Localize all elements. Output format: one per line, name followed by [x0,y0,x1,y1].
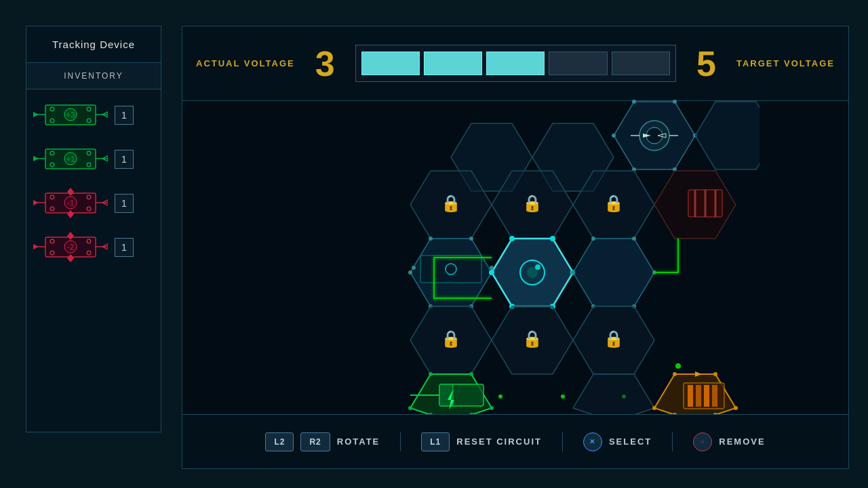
svg-point-69 [429,237,433,241]
svg-point-120 [734,406,738,410]
item-count-1: 1 [115,106,134,125]
item-count-3: 1 [115,194,134,213]
svg-point-92 [412,266,416,270]
reset-control[interactable]: L1 RESET CIRCUIT [401,432,563,451]
voltage-seg-5 [612,52,670,75]
svg-rect-117 [712,385,717,407]
svg-point-102 [469,372,473,376]
x-btn: ✕ [583,432,602,451]
svg-point-101 [429,372,433,376]
main-panel: ACTUAL VOLTAGE 3 5 TARGET VOLTAGE [182,26,849,469]
chip-3[interactable]: -1 [33,188,108,218]
svg-marker-3 [33,112,39,117]
select-control[interactable]: ✕ SELECT [563,432,673,451]
svg-point-87 [632,237,636,241]
inventory-item-1[interactable]: +3 1 [33,100,154,130]
svg-rect-67 [420,256,481,283]
voltage-seg-2 [424,52,482,75]
svg-point-86 [591,237,595,241]
svg-point-52 [632,100,636,104]
svg-text:🔒: 🔒 [522,193,542,213]
svg-rect-115 [696,385,701,407]
svg-point-57 [612,134,616,138]
svg-point-118 [673,372,677,376]
inventory-item-2[interactable]: +1 1 [33,144,154,174]
svg-point-45 [64,241,77,253]
item-count-4: 1 [115,238,134,257]
svg-point-103 [490,406,494,410]
circuit-area[interactable]: 🔒 🔒 🔒 [182,101,848,414]
svg-text:🔒: 🔒 [441,329,461,348]
inventory-item-4[interactable]: -2 1 [33,232,154,262]
svg-text:🔒: 🔒 [522,329,542,348]
chip-2[interactable]: +1 [33,144,108,174]
hex-r1c5[interactable] [695,102,760,169]
remove-control[interactable]: ○ REMOVE [673,432,785,451]
remove-label: REMOVE [719,436,765,447]
svg-marker-38 [33,244,39,249]
reset-label: RESET CIRCUIT [456,436,542,447]
actual-voltage-value: 3 [315,46,335,81]
voltage-seg-4 [549,52,607,75]
svg-point-21 [64,152,77,165]
voltage-seg-1 [361,52,420,75]
target-voltage-value: 5 [696,46,716,81]
r2-key: R2 [300,432,330,451]
select-label: SELECT [609,436,652,447]
svg-point-106 [408,406,412,410]
svg-point-79 [535,264,540,270]
voltage-bar [355,45,676,82]
svg-point-81 [550,236,555,241]
svg-point-32 [64,197,77,209]
svg-point-93 [490,266,494,270]
svg-point-107 [498,394,502,399]
svg-text:🔒: 🔒 [604,329,624,348]
rotate-control: L2 R2 ROTATE [245,432,401,451]
svg-point-108 [561,394,565,399]
svg-point-53 [673,100,677,104]
svg-point-74 [408,270,412,274]
svg-marker-14 [33,156,39,161]
bottom-controls: L2 R2 ROTATE L1 RESET CIRCUIT ✕ SELECT ○… [182,414,848,468]
actual-voltage-label: ACTUAL VOLTAGE [196,58,295,68]
circle-btn: ○ [693,432,712,451]
svg-marker-25 [33,200,39,205]
svg-point-80 [509,236,515,241]
target-voltage-label: TARGET VOLTAGE [736,58,835,68]
inventory-label: INVENTORY [26,63,161,89]
voltage-seg-3 [486,52,545,75]
panel-title: Tracking Device [26,26,161,63]
chip-1[interactable]: +3 [33,100,108,130]
inventory-item-3[interactable]: -1 1 [33,188,154,218]
svg-text:🔒: 🔒 [441,193,461,213]
svg-rect-114 [688,385,693,407]
svg-rect-116 [704,385,709,407]
svg-point-10 [64,108,77,121]
left-panel: Tracking Device INVENTORY +3 [26,26,161,432]
svg-point-123 [652,406,656,410]
l2-key: L2 [265,432,294,451]
inventory-items: +3 1 +1 [26,89,161,272]
svg-point-119 [713,372,717,376]
svg-text:🔒: 🔒 [604,193,624,213]
header-bar: ACTUAL VOLTAGE 3 5 TARGET VOLTAGE [182,26,848,101]
l1-key: L1 [421,432,450,451]
rotate-label: ROTATE [337,436,380,447]
svg-point-85 [489,270,494,275]
svg-point-70 [469,237,473,241]
chip-4[interactable]: -2 [33,232,108,262]
item-count-2: 1 [115,150,134,169]
hex-r5c3[interactable] [573,374,654,415]
